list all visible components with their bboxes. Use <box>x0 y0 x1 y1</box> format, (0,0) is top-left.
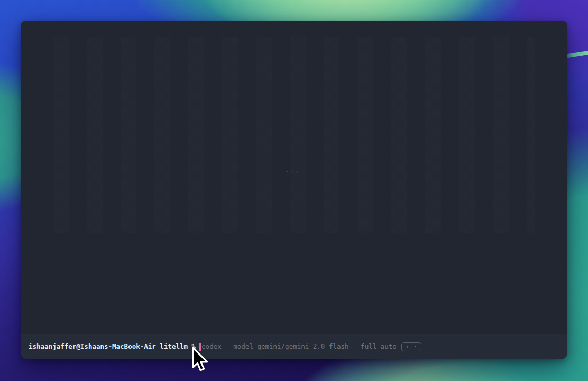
desktop-wallpaper: ··· ishaanjaffer@Ishaans-MacBook-Air lit… <box>0 0 588 381</box>
terminal-window[interactable]: ··· ishaanjaffer@Ishaans-MacBook-Air lit… <box>21 21 567 359</box>
text-cursor <box>199 343 201 351</box>
autosuggestion-text: codex --model gemini/gemini-2.0-flash --… <box>201 343 397 350</box>
shell-prompt: ishaanjaffer@Ishaans-MacBook-Air litellm… <box>29 343 196 350</box>
terminal-scrollback: ··· <box>21 21 567 334</box>
loading-ellipsis: ··· <box>286 168 301 175</box>
accept-suggestion-badge: → · <box>401 342 421 351</box>
terminal-prompt-row[interactable]: ishaanjaffer@Ishaans-MacBook-Air litellm… <box>21 334 567 359</box>
